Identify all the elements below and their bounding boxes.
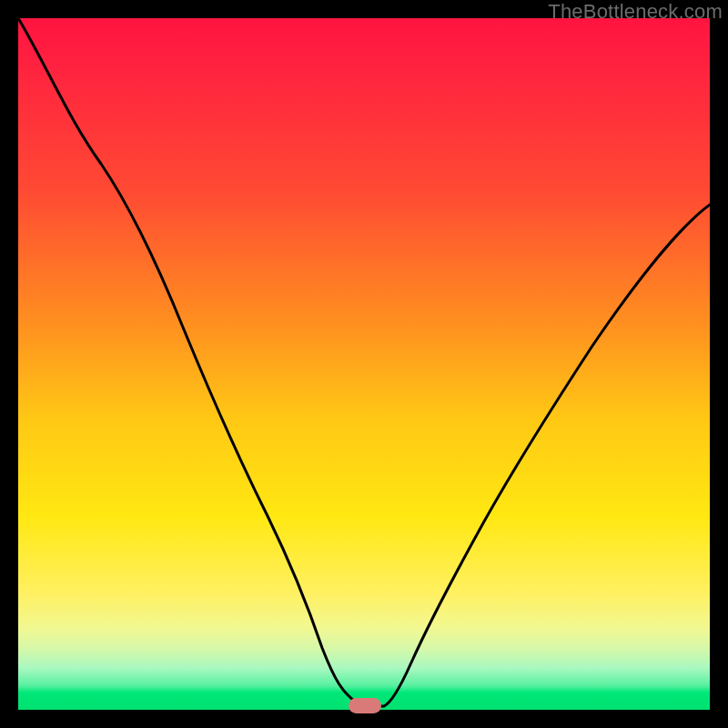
chart-frame: TheBottleneck.com	[0, 0, 728, 728]
watermark-text: TheBottleneck.com	[548, 0, 723, 24]
bottleneck-curve	[18, 18, 710, 710]
optimum-marker	[349, 698, 381, 713]
plot-area	[18, 18, 710, 710]
